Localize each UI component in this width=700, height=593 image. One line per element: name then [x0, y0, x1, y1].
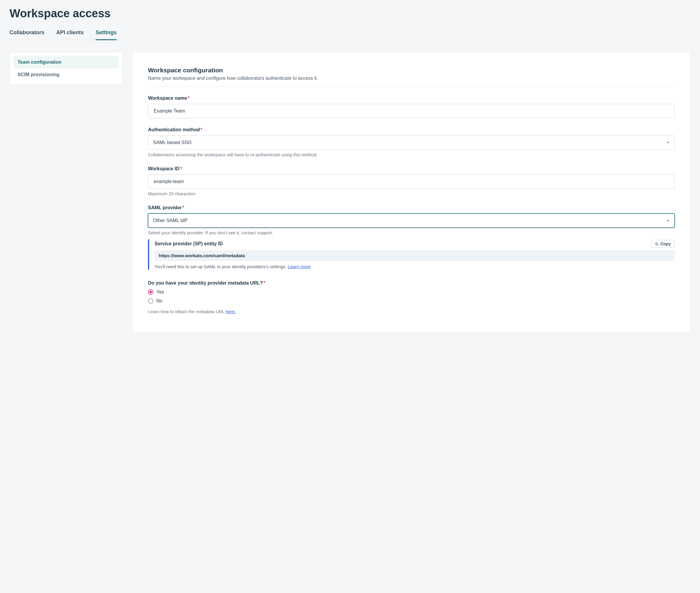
- saml-provider-select[interactable]: Other SAML IdP: [148, 213, 675, 228]
- page-title: Workspace access: [9, 7, 691, 20]
- main-panel: Workspace configuration Name your worksp…: [132, 52, 691, 332]
- saml-provider-label: SAML provider*: [148, 205, 675, 210]
- field-workspace-id: Workspace ID* Maximum 20 characters: [148, 166, 675, 196]
- sp-entity-title: Service provider (SP) entity ID: [155, 241, 223, 246]
- workspace-name-input-wrap: [148, 104, 675, 118]
- auth-method-value: SAML based SSO: [153, 140, 191, 145]
- workspace-id-input-wrap: [148, 174, 675, 189]
- workspace-id-helper: Maximum 20 characters: [148, 191, 675, 196]
- idp-metadata-helper: Learn how to obtain the metadata URL her…: [148, 309, 675, 314]
- workspace-id-label-text: Workspace ID: [148, 166, 180, 171]
- settings-sidenav: Team configuration SCIM provisioning: [9, 52, 123, 85]
- chevron-down-icon: [667, 142, 670, 144]
- field-saml-provider: SAML provider* Other SAML IdP Select you…: [148, 205, 675, 235]
- sidenav-item-team-configuration[interactable]: Team configuration: [13, 56, 119, 69]
- sp-entity-value: https://www.workato.com/saml/metadata: [155, 250, 675, 261]
- idp-metadata-radio-group: Yes No: [148, 289, 675, 304]
- required-indicator: *: [264, 280, 265, 285]
- saml-provider-label-text: SAML provider: [148, 205, 182, 210]
- tab-settings[interactable]: Settings: [95, 30, 117, 40]
- radio-icon-checked: [148, 289, 153, 295]
- workspace-name-label: Workspace name*: [148, 95, 675, 101]
- section-divider: [148, 86, 675, 87]
- workspace-id-label: Workspace ID*: [148, 166, 675, 171]
- auth-method-select[interactable]: SAML based SSO: [148, 135, 675, 150]
- sidenav-item-scim-provisioning[interactable]: SCIM provisioning: [13, 69, 119, 81]
- required-indicator: *: [183, 205, 184, 210]
- auth-method-label-text: Authentication method: [148, 127, 200, 132]
- copy-button-label: Copy: [660, 241, 671, 246]
- workspace-name-input[interactable]: [153, 104, 670, 118]
- section-description: Name your workspace and configure how co…: [148, 76, 675, 81]
- chevron-down-icon: [667, 220, 670, 222]
- workspace-id-input[interactable]: [153, 175, 670, 189]
- field-workspace-name: Workspace name*: [148, 95, 675, 118]
- radio-icon-unchecked: [148, 298, 153, 304]
- radio-no[interactable]: No: [148, 298, 675, 304]
- sp-entity-note: You'll need this to set up SAML in your …: [155, 264, 675, 269]
- saml-provider-value: Other SAML IdP: [153, 218, 188, 223]
- field-auth-method: Authentication method* SAML based SSO Co…: [148, 127, 675, 157]
- idp-metadata-label: Do you have your identity provider metad…: [148, 280, 675, 286]
- idp-metadata-label-text: Do you have your identity provider metad…: [148, 280, 263, 285]
- copy-icon: [655, 242, 659, 246]
- section-title: Workspace configuration: [148, 67, 675, 74]
- sp-entity-panel: Service provider (SP) entity ID Copy htt…: [148, 239, 675, 270]
- tab-collaborators[interactable]: Collaborators: [9, 30, 44, 40]
- copy-button[interactable]: Copy: [651, 240, 675, 248]
- radio-yes[interactable]: Yes: [148, 289, 675, 295]
- sp-entity-note-text: You'll need this to set up SAML in your …: [155, 264, 287, 269]
- workspace-name-label-text: Workspace name: [148, 95, 187, 101]
- required-indicator: *: [200, 127, 202, 132]
- required-indicator: *: [188, 95, 189, 101]
- field-idp-metadata: Do you have your identity provider metad…: [148, 280, 675, 314]
- main-tabs: Collaborators API clients Settings: [9, 30, 691, 40]
- idp-metadata-helper-text: Learn how to obtain the metadata URL: [148, 309, 226, 314]
- here-link[interactable]: here.: [226, 309, 236, 314]
- radio-no-label: No: [156, 298, 162, 304]
- auth-method-label: Authentication method*: [148, 127, 675, 132]
- auth-method-helper: Collaborators accessing the workspace wi…: [148, 152, 675, 157]
- radio-yes-label: Yes: [156, 289, 164, 295]
- learn-more-link[interactable]: Learn more: [287, 264, 311, 269]
- required-indicator: *: [180, 166, 182, 171]
- saml-provider-helper: Select your identity provider. If you do…: [148, 230, 675, 235]
- tab-api-clients[interactable]: API clients: [56, 30, 84, 40]
